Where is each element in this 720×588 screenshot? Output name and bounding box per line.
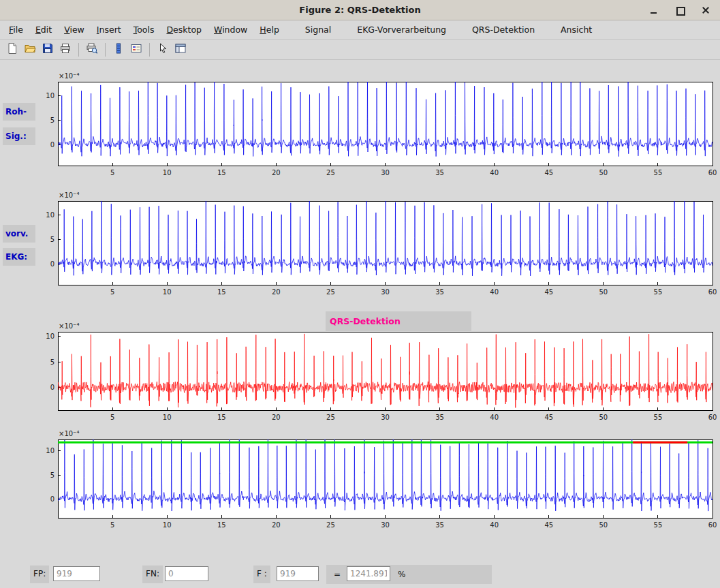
svg-text:20: 20 (272, 414, 281, 421)
svg-text:45: 45 (544, 288, 553, 296)
open-file-button[interactable] (22, 42, 38, 58)
percent-label: % (394, 566, 409, 584)
svg-text:25: 25 (326, 414, 335, 421)
svg-text:10: 10 (163, 521, 172, 529)
svg-text:0: 0 (50, 141, 54, 149)
new-figure-icon (6, 42, 18, 57)
toolbar-separator (105, 43, 106, 57)
svg-text:60: 60 (708, 288, 717, 296)
svg-text:35: 35 (435, 169, 444, 176)
svg-text:10: 10 (46, 332, 54, 340)
f-input[interactable] (277, 566, 319, 581)
svg-text:25: 25 (326, 169, 335, 176)
svg-text:10: 10 (46, 211, 54, 219)
save-figure-button[interactable] (40, 42, 56, 58)
svg-text:40: 40 (490, 288, 499, 296)
svg-text:25: 25 (326, 521, 335, 529)
svg-text:55: 55 (654, 521, 663, 529)
svg-text:15: 15 (217, 414, 226, 421)
edit-plot-icon (157, 42, 169, 57)
menu-tools[interactable]: Tools (127, 22, 161, 37)
svg-text:15: 15 (217, 288, 226, 296)
legend-button[interactable] (128, 42, 144, 58)
svg-text:×10⁻⁴: ×10⁻⁴ (59, 191, 79, 199)
svg-text:30: 30 (381, 414, 390, 421)
result-input[interactable] (347, 566, 390, 581)
menu-ansicht[interactable]: Ansicht (554, 22, 598, 37)
menu-qrs-detektion[interactable]: QRS-Detektion (466, 22, 541, 37)
legend-icon (130, 42, 142, 57)
fn-input[interactable] (165, 566, 208, 581)
maximize-button[interactable] (675, 5, 685, 15)
svg-text:20: 20 (272, 521, 281, 529)
svg-text:50: 50 (599, 288, 608, 296)
svg-text:10: 10 (46, 92, 54, 99)
toolbar-separator (78, 43, 79, 57)
svg-text:60: 60 (708, 521, 717, 529)
tool-bar (0, 40, 720, 60)
svg-text:10: 10 (163, 169, 172, 176)
svg-text:5: 5 (110, 414, 114, 421)
fn-label: FN: (142, 566, 163, 583)
menu-desktop[interactable]: Desktop (160, 22, 208, 37)
f-label: F : (253, 566, 270, 583)
svg-text:20: 20 (272, 288, 281, 296)
menu-view[interactable]: View (58, 22, 91, 37)
window-title: Figure 2: QRS-Detektion (299, 5, 420, 15)
menu-insert[interactable]: Insert (91, 22, 127, 37)
open-file-icon (24, 42, 36, 57)
property-editor-button[interactable] (172, 42, 189, 58)
svg-text:10: 10 (46, 447, 54, 454)
svg-text:5: 5 (50, 117, 54, 124)
menu-file[interactable]: File (3, 22, 29, 37)
svg-text:10: 10 (163, 414, 172, 421)
window-titlebar: Figure 2: QRS-Detektion (0, 0, 720, 20)
svg-text:5: 5 (110, 169, 114, 176)
svg-text:35: 35 (435, 288, 444, 296)
svg-text:15: 15 (217, 521, 226, 529)
colorbar-icon (112, 42, 125, 57)
svg-text:0: 0 (50, 260, 54, 268)
fp-input[interactable] (53, 566, 100, 581)
svg-text:40: 40 (490, 521, 499, 529)
new-figure-button[interactable] (4, 42, 20, 58)
svg-text:×10⁻⁴: ×10⁻⁴ (59, 72, 79, 80)
menu-help[interactable]: Help (253, 22, 285, 37)
svg-text:×10⁻⁴: ×10⁻⁴ (59, 322, 79, 330)
svg-text:20: 20 (272, 169, 281, 176)
edit-plot-button[interactable] (155, 42, 171, 58)
plot-qrs-detektion: 510152025303540455055600510×10⁻⁴ (31, 321, 720, 427)
svg-text:35: 35 (435, 521, 444, 529)
figure-canvas: Roh- Sig.: vorv. EKG: QRS-Detektion 5101… (0, 60, 720, 588)
svg-text:30: 30 (381, 521, 390, 529)
equals-label: = (330, 566, 344, 584)
colorbar-button[interactable] (110, 42, 127, 58)
window-controls (649, 0, 710, 20)
plot-vorv-ekg: 510152025303540455055600510×10⁻⁴ (31, 190, 720, 301)
menu-signal[interactable]: Signal (299, 22, 337, 37)
svg-text:×10⁻⁴: ×10⁻⁴ (59, 430, 79, 437)
svg-text:10: 10 (163, 288, 172, 296)
svg-text:55: 55 (654, 169, 663, 176)
menu-bar: FileEditViewInsertToolsDesktopWindowHelp… (0, 20, 720, 40)
svg-text:55: 55 (654, 414, 663, 421)
svg-text:60: 60 (708, 169, 717, 176)
svg-text:5: 5 (50, 471, 54, 479)
minimize-button[interactable] (649, 5, 659, 15)
svg-text:15: 15 (217, 169, 226, 176)
svg-text:5: 5 (110, 521, 114, 529)
plot-detektion: 510152025303540455055600510×10⁻⁴ (31, 429, 720, 534)
svg-text:30: 30 (381, 169, 390, 176)
svg-text:5: 5 (50, 358, 54, 366)
menu-window[interactable]: Window (208, 22, 253, 37)
print-button[interactable] (57, 42, 74, 58)
print-preview-button[interactable] (84, 42, 100, 58)
print-icon (59, 42, 72, 57)
menu-ekg-vorverarbeitung[interactable]: EKG-Vorverarbeitung (351, 22, 452, 37)
property-editor-icon (174, 42, 187, 57)
menu-edit[interactable]: Edit (29, 22, 58, 37)
svg-text:50: 50 (599, 414, 608, 421)
svg-text:60: 60 (708, 414, 717, 421)
svg-text:40: 40 (490, 414, 499, 421)
close-button[interactable] (701, 5, 710, 15)
